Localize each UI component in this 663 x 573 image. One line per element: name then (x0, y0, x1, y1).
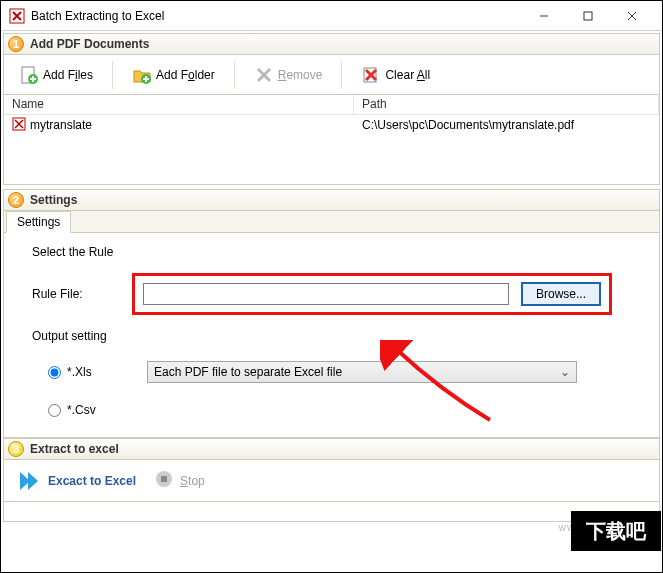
app-icon (9, 8, 25, 24)
output-mode-value: Each PDF file to separate Excel file (154, 365, 342, 379)
add-files-icon (19, 65, 39, 85)
titlebar: Batch Extracting to Excel (1, 1, 662, 31)
list-row[interactable]: mytranslate C:\Users\pc\Documents\mytran… (4, 115, 659, 135)
step-3-badge: 3 (8, 441, 24, 457)
toolbar: Add Files Add Folder Remove Clear All (3, 55, 660, 95)
maximize-button[interactable] (566, 2, 610, 30)
output-setting-label: Output setting (32, 329, 107, 343)
browse-button[interactable]: Browse... (521, 282, 601, 306)
extract-to-excel-button[interactable]: Excact to Excel (16, 468, 136, 494)
section-settings-header: 2 Settings (3, 189, 660, 211)
extract-toolbar: Excact to Excel Stop (3, 460, 660, 502)
radio-csv[interactable] (48, 404, 61, 417)
separator (234, 61, 235, 89)
output-mode-select[interactable]: Each PDF file to separate Excel file ⌄ (147, 361, 577, 383)
remove-icon (254, 65, 274, 85)
separator (341, 61, 342, 89)
step-2-badge: 2 (8, 192, 24, 208)
rule-highlight-frame: Browse... (132, 273, 612, 315)
tab-settings[interactable]: Settings (6, 211, 71, 233)
section-add-label: Add PDF Documents (30, 37, 149, 51)
settings-panel: Settings Select the Rule Rule File: Brow… (3, 211, 660, 438)
corner-logo: 下载吧 (571, 511, 661, 551)
file-name: mytranslate (30, 118, 92, 132)
radio-csv-label: *.Csv (67, 403, 96, 417)
pdf-icon (12, 117, 26, 134)
rule-file-input[interactable] (143, 283, 509, 305)
step-1-badge: 1 (8, 36, 24, 52)
radio-xls-label: *.Xls (67, 365, 147, 379)
stop-button[interactable]: Stop (154, 469, 205, 492)
minimize-button[interactable] (522, 2, 566, 30)
file-path: C:\Users\pc\Documents\mytranslate.pdf (354, 116, 659, 134)
section-settings-label: Settings (30, 193, 77, 207)
clear-all-icon (361, 65, 381, 85)
section-extract-header: 3 Extract to excel (3, 438, 660, 460)
close-button[interactable] (610, 2, 654, 30)
svg-marker-19 (28, 472, 38, 490)
remove-button[interactable]: Remove (245, 60, 332, 90)
chevron-down-icon: ⌄ (560, 365, 570, 379)
rule-file-label: Rule File: (32, 287, 132, 301)
col-name[interactable]: Name (4, 95, 354, 114)
add-folder-button[interactable]: Add Folder (123, 60, 224, 90)
stop-icon (154, 469, 174, 492)
window-title: Batch Extracting to Excel (31, 9, 522, 23)
add-folder-icon (132, 65, 152, 85)
play-icon (16, 468, 42, 494)
add-files-button[interactable]: Add Files (10, 60, 102, 90)
settings-tabstrip: Settings (4, 211, 659, 233)
svg-rect-2 (584, 12, 592, 20)
col-path[interactable]: Path (354, 95, 659, 114)
separator (112, 61, 113, 89)
clear-all-button[interactable]: Clear All (352, 60, 439, 90)
extract-label: Excact to Excel (48, 474, 136, 488)
section-extract-label: Extract to excel (30, 442, 119, 456)
svg-rect-21 (161, 476, 167, 482)
list-header: Name Path (4, 95, 659, 115)
select-rule-label: Select the Rule (32, 245, 113, 259)
radio-xls[interactable] (48, 366, 61, 379)
section-add-header: 1 Add PDF Documents (3, 33, 660, 55)
statusbar (3, 502, 660, 522)
file-list: Name Path mytranslate C:\Users\pc\Docume… (3, 95, 660, 185)
